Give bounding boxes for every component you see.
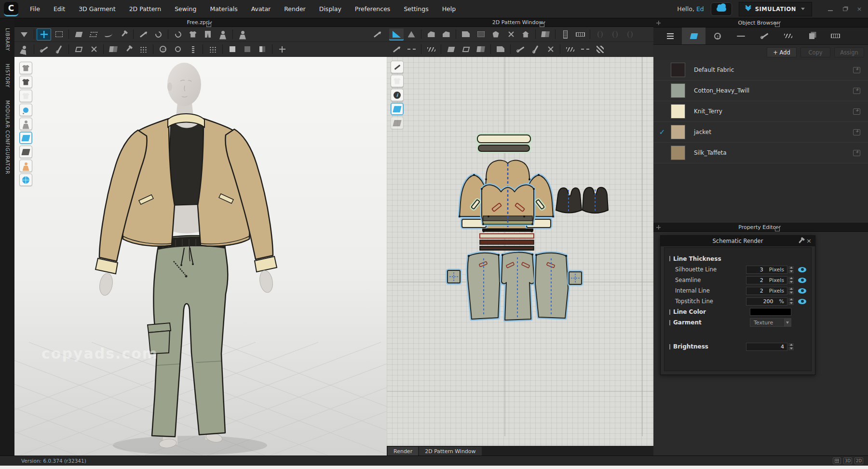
menu-item-avatar[interactable]: Avatar [245, 3, 277, 14]
snapshot-grid-icon[interactable] [833, 457, 841, 464]
button-tab[interactable] [705, 27, 729, 44]
vertical-measure-icon[interactable] [558, 28, 572, 40]
select-box-tool-icon[interactable] [52, 28, 66, 40]
edit-pattern-tool-icon[interactable] [404, 28, 419, 40]
pattern-jacket-front[interactable] [482, 185, 534, 224]
free-sewing-2d-icon[interactable] [528, 43, 542, 55]
notch-tool-icon[interactable] [503, 28, 518, 40]
remove-sewing-icon[interactable] [543, 43, 557, 55]
garment-texture-dropdown[interactable]: Texture [750, 318, 791, 327]
transform-pattern-tool-icon[interactable] [389, 28, 404, 40]
cloud-sync-button[interactable] [711, 2, 732, 16]
texture-split-icon[interactable] [255, 43, 270, 55]
topstitch-tab[interactable] [776, 27, 800, 44]
seam-tape-icon[interactable] [578, 43, 592, 55]
fabric-row-jacket[interactable]: ✓ jacket [653, 122, 868, 143]
close-panel-icon[interactable]: × [806, 237, 812, 244]
fabric-save-icon[interactable] [853, 129, 860, 135]
show-stitch-garment-icon[interactable] [19, 76, 32, 88]
line-tab[interactable] [729, 27, 753, 44]
move-dashed-icon[interactable] [404, 43, 419, 55]
free-sewing-icon[interactable] [52, 43, 66, 55]
show-garment-icon[interactable] [19, 62, 32, 74]
pattern-collar-pieces[interactable] [477, 135, 530, 151]
show-tshirt-icon[interactable] [391, 75, 404, 87]
menu-item-render[interactable]: Render [278, 3, 312, 14]
internal-visibility-eye-icon[interactable] [798, 288, 806, 294]
line-color-swatch[interactable] [750, 308, 791, 316]
username[interactable]: Ed [696, 5, 704, 13]
undock-icon[interactable] [775, 23, 780, 27]
dock-move-icon[interactable] [656, 225, 661, 229]
show-environment-globe-icon[interactable] [19, 174, 32, 186]
show-avatar-icon[interactable] [19, 160, 32, 172]
tab-render[interactable]: Render [388, 447, 418, 456]
rotate-garment-icon[interactable] [151, 28, 165, 40]
avatar-fit-icon[interactable] [235, 28, 250, 40]
sidebar-tab-modular-configurator[interactable]: MODULAR CONFIGURATOR [5, 100, 10, 174]
3d-viewport[interactable]: copyads.com [14, 57, 387, 456]
polygon-tool-icon[interactable] [439, 28, 453, 40]
compare-seam-icon[interactable] [623, 28, 637, 40]
show-pattern-fabric-icon[interactable] [19, 132, 32, 144]
show-fabric-2d-icon[interactable] [391, 103, 404, 115]
copy-button[interactable]: Copy [800, 47, 830, 57]
segment-sewing-icon[interactable] [37, 43, 51, 55]
seamline-input[interactable]: 2Pixels [746, 276, 787, 284]
menu-item-materials[interactable]: Materials [204, 3, 243, 14]
undock-icon[interactable] [540, 23, 544, 27]
dock-move-icon[interactable] [656, 21, 661, 25]
topstitch-line-input[interactable]: 200% [746, 297, 787, 306]
flip-pattern-icon[interactable] [459, 43, 473, 55]
fabric-row-default-fabric[interactable]: Default Fabric [653, 60, 868, 80]
elastic-tool-icon[interactable] [424, 43, 438, 55]
texture-light-icon[interactable] [225, 43, 240, 55]
caret-down-icon[interactable] [801, 8, 805, 12]
import-dropdown-icon[interactable] [17, 28, 31, 40]
spray-paint-icon[interactable] [19, 104, 32, 116]
topstitch-visibility-eye-icon[interactable] [798, 299, 806, 304]
sidebar-tab-library[interactable]: LIBRARY [5, 28, 10, 51]
ruler-tab[interactable] [824, 27, 847, 44]
arrange-pants-icon[interactable] [201, 28, 215, 40]
hardware-grid-icon[interactable] [205, 43, 220, 55]
assign-button[interactable]: Assign [834, 47, 864, 57]
garment-fit-map-icon[interactable] [19, 90, 32, 102]
detach-sewing-icon[interactable] [86, 43, 101, 55]
fabric-save-icon[interactable] [853, 67, 860, 73]
sync-pattern-icon[interactable] [444, 43, 458, 55]
menu-item-2d-pattern[interactable]: 2D Pattern [123, 3, 167, 14]
brightness-stepper[interactable] [788, 343, 794, 351]
compare-curve-icon[interactable] [608, 28, 622, 40]
unfold-pattern-icon[interactable] [474, 43, 488, 55]
fabric-save-icon[interactable] [853, 88, 860, 94]
fabric-row-knit-terry[interactable]: Knit_Terry [653, 101, 868, 122]
walk-avatar-icon[interactable] [17, 43, 31, 55]
pattern-crop-top-back[interactable] [583, 188, 608, 213]
pattern-crop-top-front[interactable] [556, 188, 582, 213]
brush-display-icon[interactable] [391, 61, 404, 73]
trim-tab[interactable] [800, 27, 824, 44]
simulation-button[interactable]: SIMULATION [739, 2, 812, 16]
lift-garment-icon[interactable] [186, 28, 200, 40]
pin-box-icon[interactable] [136, 43, 150, 55]
show-mannequin-icon[interactable] [19, 118, 32, 130]
undock-icon[interactable] [206, 23, 211, 27]
internal-line-input[interactable]: 2Pixels [746, 287, 787, 295]
compare-length-icon[interactable] [593, 28, 607, 40]
list-view-tab[interactable] [658, 27, 682, 44]
fabric-row-cotton-heavy-twill[interactable]: Cotton_Heavy_Twill [653, 80, 868, 101]
show-pattern-dark-icon[interactable] [19, 146, 32, 158]
menu-item-help[interactable]: Help [436, 3, 462, 14]
dart-tool-icon[interactable] [488, 28, 503, 40]
select-move-tool-icon[interactable] [37, 28, 51, 40]
snapshot-2d-button[interactable]: 2D [854, 457, 863, 464]
pattern-pant-right[interactable] [535, 253, 568, 318]
fabric-row-silk-taffeta[interactable]: Silk_Taffeta [653, 143, 868, 163]
reset-arrangement-icon[interactable] [171, 28, 185, 40]
pattern-pant-left[interactable] [468, 253, 500, 319]
menu-item-preferences[interactable]: Preferences [349, 3, 396, 14]
show-pattern-disabled-icon[interactable] [391, 117, 404, 129]
silhouette-line-stepper[interactable] [788, 266, 794, 274]
pattern-info-icon[interactable]: i [391, 89, 404, 101]
